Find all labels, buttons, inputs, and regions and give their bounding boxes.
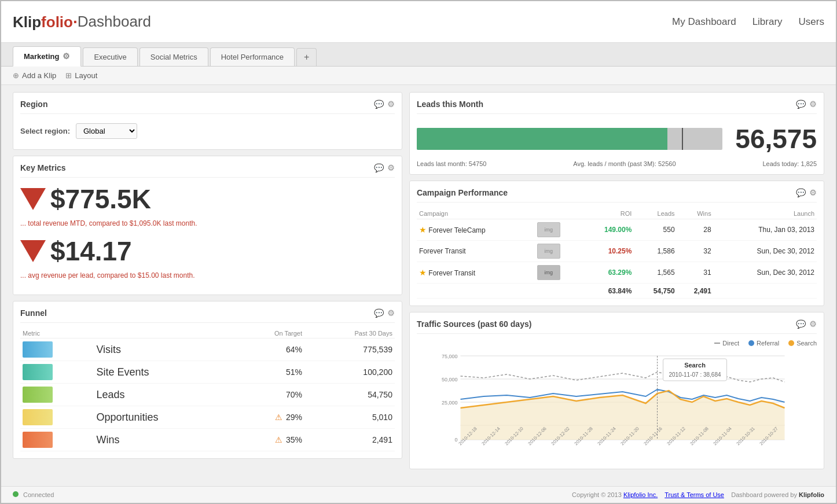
funnel-target-siteevents: 51% (236, 361, 304, 384)
table-row: Opportunities ⚠ 29% 5,010 (20, 406, 395, 429)
settings-icon[interactable]: ⚙ (387, 100, 395, 109)
footer-powered-brand: Klipfolio (799, 491, 824, 498)
footer-trust-link[interactable]: Trust & Terms of Use (665, 491, 724, 498)
nav-library[interactable]: Library (752, 16, 783, 28)
comment-icon-km[interactable]: 💬 (374, 163, 384, 172)
region-card-icons: 💬 ⚙ (374, 100, 395, 109)
campaign-leads-0: 550 (634, 219, 677, 241)
settings-icon-leads[interactable]: ⚙ (809, 100, 817, 109)
campaign-leads-2: 1,565 (634, 262, 677, 284)
funnel-past30-siteevents: 100,200 (304, 361, 395, 384)
nav-users[interactable]: Users (799, 16, 824, 28)
campaign-launch-1: Sun, Dec 30, 2012 (714, 241, 817, 262)
header: Klipfolio· Dashboard My Dashboard Librar… (1, 1, 836, 43)
tab-hotel-performance-label: Hotel Performance (221, 53, 284, 61)
funnel-bar-leads (20, 384, 94, 406)
tab-executive[interactable]: Executive (83, 47, 137, 66)
comment-icon-leads[interactable]: 💬 (796, 100, 806, 109)
leads-bar (417, 124, 722, 153)
funnel-target-visits: 64% (236, 339, 304, 361)
traffic-header: Traffic Sources (past 60 days) 💬 ⚙ (417, 319, 817, 334)
comment-icon-traffic[interactable]: 💬 (796, 319, 806, 329)
leads-value: 56,575 (735, 124, 817, 154)
funnel-label-leads: Leads (96, 389, 124, 400)
logo-dashboard-text: Dashboard (78, 13, 151, 31)
region-label: Select region: (20, 127, 70, 135)
funnel-col-metric: Metric (20, 329, 236, 339)
campaign-header: Campaign Performance 💬 ⚙ (417, 188, 817, 203)
campaign-col-launch: Launch (714, 208, 817, 219)
funnel-title: Funnel (20, 308, 47, 318)
metric-revenue-sub: ... total revenue MTD, compared to $1,09… (20, 219, 395, 227)
region-card-header: Region 💬 ⚙ (20, 100, 395, 114)
funnel-past30-wins: 2,491 (304, 429, 395, 451)
header-nav: My Dashboard Library Users (672, 16, 824, 28)
traffic-chart-svg: 75,000 50,000 25,000 0 (417, 350, 817, 460)
metric-revenue-value: $775.5K (50, 183, 151, 215)
campaign-col-wins: Wins (677, 208, 714, 219)
layout-label: Layout (75, 71, 97, 80)
funnel-bar-wins (20, 429, 94, 451)
table-row: Wins ⚠ 35% 2,491 (20, 429, 395, 451)
footer-copyright: Copyright © 2013 Klipfolio Inc. Trust & … (572, 491, 824, 498)
down-triangle-revenue (20, 188, 46, 210)
tab-marketing[interactable]: Marketing ⚙ (13, 46, 81, 67)
campaign-thumb-0: img (535, 219, 581, 241)
legend-referral: Referral (748, 340, 779, 347)
leads-header: Leads this Month 💬 ⚙ (417, 100, 817, 114)
svg-text:75,000: 75,000 (442, 354, 458, 359)
campaign-total-roi: 63.84% (581, 284, 634, 299)
campaign-col-thumb (535, 208, 581, 219)
funnel-bar-opps (20, 406, 94, 429)
legend-direct: Direct (714, 340, 739, 347)
traffic-card: Traffic Sources (past 60 days) 💬 ⚙ Direc… (409, 312, 824, 469)
campaign-total-row: 63.84% 54,750 2,491 (417, 284, 817, 299)
table-row: Site Events 51% 100,200 (20, 361, 395, 384)
direct-legend-label: Direct (722, 340, 739, 347)
add-klip-label: Add a Klip (22, 71, 56, 80)
leads-bar-marker (682, 128, 683, 150)
svg-text:25,000: 25,000 (442, 400, 458, 406)
traffic-icons: 💬 ⚙ (796, 319, 817, 329)
campaign-col-name: Campaign (417, 208, 535, 219)
legend-search: Search (788, 340, 817, 347)
funnel-col-target: On Target (236, 329, 304, 339)
comment-icon[interactable]: 💬 (374, 100, 384, 109)
key-metrics-card: Key Metrics 💬 ⚙ $775.5K ... total revenu… (13, 156, 402, 295)
search-legend-label: Search (796, 340, 817, 347)
region-select[interactable]: Global Americas Europe Asia Pacific (76, 123, 137, 139)
tab-hotel-performance[interactable]: Hotel Performance (210, 47, 295, 66)
add-klip-button[interactable]: ⊕ Add a Klip (13, 71, 56, 80)
campaign-launch-2: Sun, Dec 30, 2012 (714, 262, 817, 284)
campaign-thumb-1: img (535, 241, 581, 262)
funnel-header: Funnel 💬 ⚙ (20, 308, 395, 323)
campaign-total-leads: 54,750 (634, 284, 677, 299)
settings-icon-funnel[interactable]: ⚙ (387, 308, 395, 318)
campaign-name-2: ★ Forever Transit (417, 262, 535, 284)
funnel-label-wins: Wins (96, 434, 119, 446)
nav-my-dashboard[interactable]: My Dashboard (672, 16, 736, 28)
campaign-wins-0: 28 (677, 219, 714, 241)
star-icon-0: ★ (419, 225, 427, 234)
layout-button[interactable]: ⊞ Layout (65, 71, 97, 80)
tab-marketing-label: Marketing (24, 52, 59, 61)
funnel-past30-visits: 775,539 (304, 339, 395, 361)
campaign-thumbnail-2: img (537, 265, 560, 280)
comment-icon-campaign[interactable]: 💬 (796, 188, 806, 197)
settings-icon-campaign[interactable]: ⚙ (809, 188, 817, 197)
toolbar: ⊕ Add a Klip ⊞ Layout (1, 67, 836, 85)
gear-icon[interactable]: ⚙ (63, 51, 70, 61)
comment-icon-funnel[interactable]: 💬 (374, 308, 384, 318)
tab-social-metrics-label: Social Metrics (150, 53, 197, 61)
tab-social-metrics[interactable]: Social Metrics (140, 47, 208, 66)
traffic-title: Traffic Sources (past 60 days) (417, 319, 531, 329)
footer-brand-link[interactable]: Klipfolio Inc. (623, 491, 658, 498)
funnel-target-opps: ⚠ 29% (236, 406, 304, 429)
campaign-roi-1: 10.25% (581, 241, 634, 262)
settings-icon-km[interactable]: ⚙ (387, 163, 395, 172)
leads-bar-bg (417, 128, 722, 150)
settings-icon-traffic[interactable]: ⚙ (809, 319, 817, 329)
funnel-label-opps: Opportunities (96, 411, 158, 423)
tab-add-button[interactable]: + (296, 48, 317, 66)
logo: Klipfolio· Dashboard (13, 13, 151, 31)
